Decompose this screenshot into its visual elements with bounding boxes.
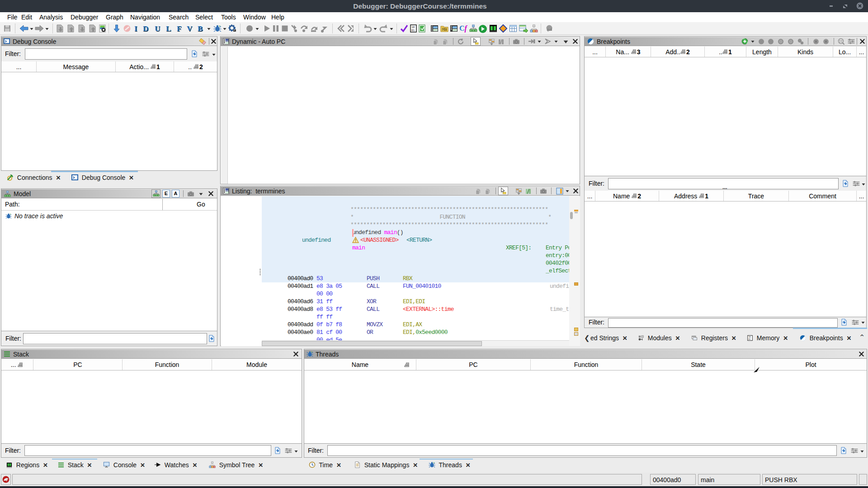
svg-text:DT: DT: [443, 28, 447, 31]
svg-text:01: 01: [411, 28, 415, 32]
svg-text:10: 10: [411, 25, 415, 28]
